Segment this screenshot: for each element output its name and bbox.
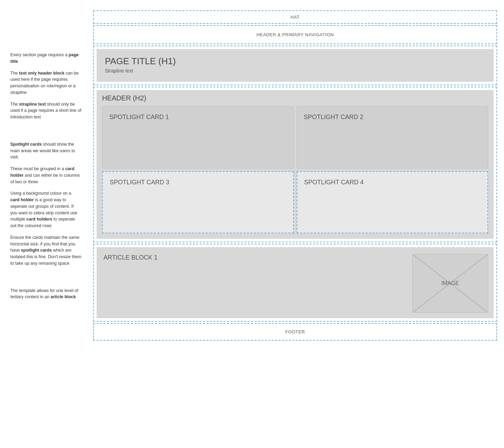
page-wrapper: Every section page requires a page title… — [0, 0, 504, 448]
note-strapline: The strapline text should only be used i… — [10, 101, 81, 120]
note-text-only-header: The text only header block can be used h… — [10, 70, 81, 96]
article-block-label: ARTICLE BLOCK 1 — [103, 254, 407, 261]
spotlight-card-1-label: SPOTLIGHT CARD 1 — [109, 114, 169, 121]
note-background-colour: Using a background colour on a card hold… — [10, 190, 81, 229]
spotlight-card-1: SPOTLIGHT CARD 1 — [102, 106, 294, 168]
note-page-title: Every section page requires a page title — [10, 52, 81, 65]
header-nav-label: HEADER & PRIMARY NAVIGATION — [256, 32, 334, 37]
sidebar: Every section page requires a page title… — [0, 7, 90, 441]
hat-row: HAT — [93, 10, 497, 24]
middle-notes: Spotlight cards should show the main are… — [10, 141, 81, 267]
footer-label: FOOTER — [285, 329, 305, 334]
page-title-h1: PAGE TITLE (H1) — [105, 56, 485, 67]
note-spotlight-cards: Spotlight cards should show the main are… — [10, 141, 81, 160]
spotlight-card-3-label: SPOTLIGHT CARD 3 — [110, 179, 169, 186]
article-block-section: ARTICLE BLOCK 1 IMAGE — [93, 244, 497, 322]
spotlight-card-2-label: SPOTLIGHT CARD 2 — [304, 114, 364, 121]
article-block-inner: ARTICLE BLOCK 1 IMAGE — [97, 247, 494, 318]
note-article-block: The template allows for one level of ter… — [10, 288, 81, 301]
page-title-inner: PAGE TITLE (H1) Strapline text — [97, 49, 494, 82]
header-nav-row: HEADER & PRIMARY NAVIGATION — [93, 25, 497, 44]
card-holder-section: HEADER (H2) SPOTLIGHT CARD 1 SPOTLIGHT C… — [93, 87, 497, 242]
note-horizontal-size: Ensure the cards maintain the same horiz… — [10, 234, 81, 267]
hat-label: HAT — [290, 14, 300, 20]
top-notes: Every section page requires a page title… — [10, 52, 81, 120]
footer-row: FOOTER — [93, 323, 497, 341]
page-title-section: PAGE TITLE (H1) Strapline text — [93, 46, 497, 85]
article-text-area: ARTICLE BLOCK 1 — [103, 254, 407, 313]
image-label: IMAGE — [441, 280, 459, 286]
note-card-holder: These must be grouped in a card holder a… — [10, 166, 81, 185]
spotlight-card-2: SPOTLIGHT CARD 2 — [297, 106, 488, 168]
spotlight-card-4-label: SPOTLIGHT CARD 4 — [304, 179, 364, 186]
spotlight-card-4: SPOTLIGHT CARD 4 — [297, 171, 488, 233]
bottom-notes: The template allows for one level of ter… — [10, 288, 81, 301]
card-holder-header: HEADER (H2) — [102, 94, 488, 102]
cards-grid: SPOTLIGHT CARD 1 SPOTLIGHT CARD 2 SPOTLI… — [102, 106, 488, 233]
article-image-placeholder: IMAGE — [412, 254, 488, 313]
card-holder-inner: HEADER (H2) SPOTLIGHT CARD 1 SPOTLIGHT C… — [97, 90, 494, 239]
spotlight-card-3: SPOTLIGHT CARD 3 — [102, 171, 294, 233]
main-content: HAT HEADER & PRIMARY NAVIGATION PAGE TIT… — [90, 7, 504, 441]
strapline-text: Strapline text — [105, 68, 485, 74]
